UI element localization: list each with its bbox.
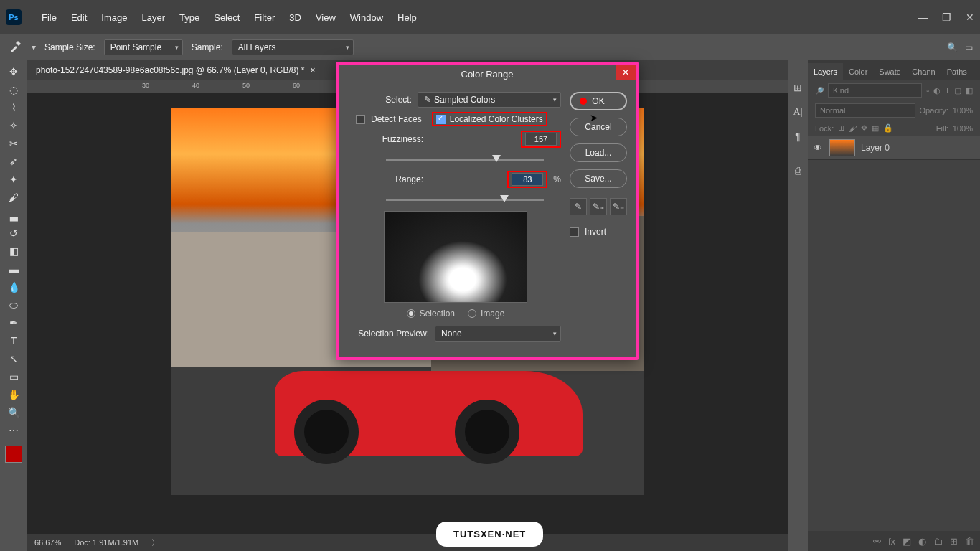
layer-thumbnail[interactable] [829, 139, 855, 156]
dodge-tool[interactable]: ⬭ [3, 296, 24, 314]
selection-preview-dropdown[interactable]: None [435, 326, 561, 342]
ok-button[interactable]: OK [570, 92, 627, 110]
zoom-level[interactable]: 66.67% [34, 538, 61, 547]
lock-position-icon[interactable]: ✥ [861, 123, 867, 133]
lock-transparency-icon[interactable]: ⊞ [838, 123, 844, 133]
close-tab-icon[interactable]: × [310, 65, 315, 75]
opacity-value[interactable]: 100% [953, 106, 973, 115]
selection-radio[interactable] [407, 309, 415, 318]
tab-layers[interactable]: Layers [808, 63, 843, 80]
add-mask-icon[interactable]: ◩ [903, 536, 911, 547]
select-dropdown[interactable]: ✎Sampled Colors [418, 92, 561, 108]
properties-icon[interactable]: ⊞ [793, 82, 802, 93]
fuzziness-input[interactable]: 157 [525, 133, 557, 146]
menu-type[interactable]: Type [172, 8, 207, 27]
tab-paths[interactable]: Paths [941, 63, 973, 80]
menu-select[interactable]: Select [207, 8, 247, 27]
filter-type-icon[interactable]: T [945, 86, 950, 95]
detect-faces-checkbox[interactable] [356, 115, 365, 124]
filter-pixel-icon[interactable]: ▫ [926, 86, 929, 95]
menu-layer[interactable]: Layer [135, 8, 173, 27]
gradient-tool[interactable]: ▬ [3, 260, 24, 278]
sample-size-dropdown[interactable]: Point Sample [104, 39, 183, 55]
cancel-button[interactable]: Cancel [570, 118, 627, 136]
menu-view[interactable]: View [308, 8, 343, 27]
delete-layer-icon[interactable]: 🗑 [965, 536, 974, 547]
new-group-icon[interactable]: 🗀 [933, 536, 943, 547]
layers-panel: Layers Color Swatc Chann Paths 🔎 Kind ▫ … [808, 60, 980, 551]
lock-pixels-icon[interactable]: 🖌 [849, 124, 857, 133]
menu-file[interactable]: File [34, 8, 64, 27]
path-select-tool[interactable]: ↖ [3, 350, 24, 367]
menu-window[interactable]: Window [343, 8, 390, 27]
new-layer-icon[interactable]: ⊞ [950, 536, 958, 547]
marquee-tool[interactable]: ◌ [3, 81, 24, 98]
doc-size[interactable]: Doc: 1.91M/1.91M [74, 538, 138, 547]
range-slider[interactable] [386, 192, 544, 204]
libraries-icon[interactable]: ⎙ [795, 165, 801, 176]
close-icon[interactable]: ✕ [966, 11, 974, 23]
localized-checkbox[interactable] [436, 115, 446, 124]
edit-toolbar[interactable]: ⋯ [3, 422, 24, 439]
lock-all-icon[interactable]: 🔒 [883, 123, 893, 133]
load-button[interactable]: Load... [570, 143, 627, 162]
rectangle-tool[interactable]: ▭ [3, 368, 24, 385]
lock-artboard-icon[interactable]: ▦ [872, 123, 879, 133]
filter-shape-icon[interactable]: ▢ [954, 86, 961, 95]
range-input[interactable]: 83 [512, 173, 543, 186]
brush-tool[interactable]: 🖌 [3, 189, 24, 206]
visibility-icon[interactable]: 👁 [814, 143, 824, 153]
minimize-icon[interactable]: — [918, 11, 928, 23]
menu-edit[interactable]: Edit [64, 8, 94, 27]
lasso-tool[interactable]: ⌇ [3, 99, 24, 116]
menu-image[interactable]: Image [94, 8, 134, 27]
new-adjustment-icon[interactable]: ◐ [918, 536, 926, 547]
layer-filter-dropdown[interactable]: Kind [828, 83, 922, 98]
crop-tool[interactable]: ✂ [3, 135, 24, 152]
filter-adjust-icon[interactable]: ◐ [933, 86, 941, 95]
layer-fx-icon[interactable]: fx [888, 536, 895, 547]
eyedropper-add-icon[interactable]: ✎₊ [590, 198, 607, 215]
dialog-close-button[interactable]: ✕ [616, 65, 636, 80]
selection-preview-image[interactable] [384, 211, 527, 303]
sample-dropdown[interactable]: All Layers [232, 39, 354, 55]
save-button[interactable]: Save... [570, 169, 627, 188]
magic-wand-tool[interactable]: ✧ [3, 117, 24, 134]
fuzziness-slider[interactable] [386, 152, 544, 164]
eyedropper-subtract-icon[interactable]: ✎₋ [610, 198, 627, 215]
history-brush-tool[interactable]: ↺ [3, 225, 24, 242]
tab-color[interactable]: Color [843, 63, 873, 80]
eyedropper-tool[interactable]: ➶ [3, 153, 24, 170]
tab-swatches[interactable]: Swatc [873, 63, 906, 80]
layer-row[interactable]: 👁 Layer 0 [808, 136, 980, 160]
layer-name[interactable]: Layer 0 [861, 143, 890, 153]
menu-help[interactable]: Help [390, 8, 424, 27]
filter-smart-icon[interactable]: ◧ [966, 86, 973, 95]
pen-tool[interactable]: ✒ [3, 314, 24, 331]
hand-tool[interactable]: ✋ [3, 386, 24, 403]
paragraph-icon[interactable]: ¶ [795, 131, 801, 142]
eyedropper-sample-icon[interactable]: ✎ [570, 198, 587, 215]
character-icon[interactable]: A| [793, 106, 803, 118]
workspace-icon[interactable]: ▭ [965, 42, 973, 52]
blur-tool[interactable]: 💧 [3, 278, 24, 296]
dialog-titlebar[interactable]: Color Range ✕ [339, 65, 636, 83]
zoom-tool[interactable]: 🔍 [3, 404, 24, 421]
stamp-tool[interactable]: ▃ [3, 207, 24, 224]
image-radio[interactable] [468, 309, 476, 318]
layers-panel-footer: ⚯ fx ◩ ◐ 🗀 ⊞ 🗑 [808, 531, 980, 551]
search-icon[interactable]: 🔍 [947, 42, 958, 52]
tab-channels[interactable]: Chann [906, 63, 941, 80]
link-layers-icon[interactable]: ⚯ [873, 536, 881, 547]
foreground-swatch[interactable] [5, 446, 22, 463]
fill-value[interactable]: 100% [953, 124, 973, 133]
healing-tool[interactable]: ✦ [3, 171, 24, 188]
menu-filter[interactable]: Filter [247, 8, 282, 27]
type-tool[interactable]: T [3, 332, 24, 349]
eraser-tool[interactable]: ◧ [3, 242, 24, 260]
menu-3d[interactable]: 3D [282, 8, 308, 27]
move-tool[interactable]: ✥ [3, 63, 24, 80]
blend-mode-dropdown[interactable]: Normal [815, 103, 915, 118]
invert-checkbox[interactable] [570, 227, 579, 237]
maximize-icon[interactable]: ❐ [942, 11, 951, 23]
